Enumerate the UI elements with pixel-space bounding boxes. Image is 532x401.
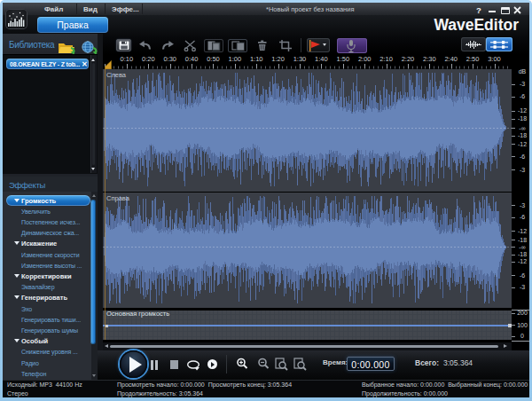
svg-text:2:30: 2:30 <box>423 55 436 63</box>
svg-text:3:00: 3:00 <box>488 55 501 63</box>
svg-text:2:50: 2:50 <box>466 55 480 63</box>
svg-text:0:20: 0:20 <box>142 55 155 63</box>
svg-text:0:40: 0:40 <box>185 55 199 63</box>
svg-text:1:40: 1:40 <box>315 55 328 63</box>
svg-text:2:20: 2:20 <box>402 55 415 63</box>
svg-text:0:50: 0:50 <box>207 55 220 63</box>
svg-text:2:00: 2:00 <box>358 55 372 63</box>
svg-text:2:10: 2:10 <box>379 55 393 63</box>
svg-text:0:10: 0:10 <box>121 55 134 63</box>
svg-text:1:00: 1:00 <box>228 55 241 63</box>
svg-text:2:40: 2:40 <box>444 55 458 63</box>
svg-text:1:50: 1:50 <box>336 55 349 63</box>
svg-text:1:30: 1:30 <box>293 55 307 63</box>
svg-text:1:20: 1:20 <box>271 55 285 63</box>
svg-text:0:30: 0:30 <box>163 55 176 63</box>
svg-text:1:10: 1:10 <box>250 55 263 63</box>
